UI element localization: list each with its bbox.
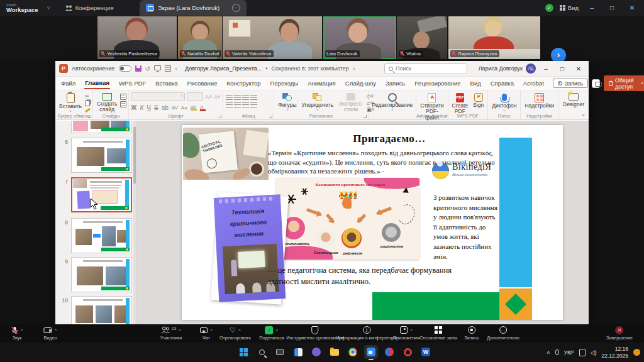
tab-screen-share[interactable]: Экран (Lara Dovhoruk) ··· — [140, 0, 247, 16]
layout-icon[interactable] — [120, 94, 126, 100]
search-input[interactable] — [396, 65, 463, 72]
dictate-button[interactable]: Диктофон ˅ — [490, 92, 518, 114]
comments-button[interactable] — [592, 79, 600, 88]
chat-chevron-icon[interactable]: ˄ — [210, 328, 213, 332]
line-spacing-icon[interactable] — [250, 95, 257, 100]
taskbar-clock[interactable]: 12:16 22.12.2025 — [601, 346, 628, 359]
toolbar-share[interactable]: ↑˄ Поделиться — [259, 326, 284, 341]
align-left-icon[interactable] — [226, 102, 233, 107]
new-slide-button[interactable]: Создать слайд — [95, 92, 119, 114]
tab-design[interactable]: Конструктор — [226, 78, 261, 89]
copy-icon[interactable] — [85, 101, 90, 106]
notification-badge[interactable] — [633, 349, 640, 356]
record-button[interactable]: Запись — [553, 79, 589, 88]
save-icon[interactable] — [135, 65, 142, 72]
video-tile[interactable]: Nataliia Dovhal — [178, 16, 222, 59]
format-painter-icon[interactable] — [85, 107, 91, 112]
word-button[interactable]: W — [419, 345, 433, 359]
align-right-icon[interactable] — [242, 102, 249, 107]
start-button[interactable] — [236, 345, 250, 359]
video-tile[interactable]: Valeriia Yakovlieva — [223, 16, 322, 59]
task-view-button[interactable] — [273, 345, 287, 359]
tray-mic-icon[interactable] — [555, 349, 559, 355]
toolbar-apps[interactable]: ˄ Приложения — [393, 326, 419, 341]
video-tile-active-speaker[interactable]: Lara Dovhoruk — [323, 16, 396, 59]
tab-home[interactable]: Главная — [84, 77, 110, 89]
tab-view[interactable]: Вид — [470, 78, 482, 89]
font-dialog-launcher[interactable] — [218, 115, 221, 118]
react-chevron-icon[interactable]: ˄ — [238, 328, 241, 332]
share-chevron-icon[interactable]: ˄ — [275, 328, 278, 332]
text-shadow-button[interactable]: ab — [162, 104, 169, 111]
strikethrough-button[interactable]: S — [154, 104, 158, 111]
participants-chevron-icon[interactable]: ˄ — [179, 328, 181, 332]
workspace-chevron-icon[interactable]: ˅ — [47, 5, 50, 11]
char-spacing-button[interactable]: AV — [172, 105, 178, 111]
current-slide[interactable]: CRITICAL THINKING Пригадаємо… «Термін «К… — [182, 125, 563, 320]
thumbnail-row[interactable]: 8 — [55, 218, 136, 253]
account-area[interactable]: Лариса Довгорук ЛД — [479, 63, 536, 74]
video-tile[interactable]: Vitalna — [397, 16, 447, 59]
slide-thumbnail-panel[interactable]: 6 7 — [55, 121, 136, 324]
paragraph-dialog-launcher[interactable] — [269, 115, 272, 118]
thumbnail-row[interactable]: 10 — [55, 296, 136, 324]
bullets-icon[interactable] — [226, 95, 233, 100]
font-color-button[interactable]: А — [200, 105, 206, 111]
maximize-button[interactable]: □ — [605, 4, 619, 11]
align-center-icon[interactable] — [234, 102, 241, 107]
toolbar-chat[interactable]: ˄ Чат — [200, 326, 213, 341]
create-pdf-wps-button[interactable]: PDF Create PDF — [450, 92, 470, 116]
video-tile[interactable]: Лариса Помлухва — [448, 16, 540, 59]
reset-icon[interactable] — [120, 101, 126, 107]
tab-review[interactable]: Рецензирование — [414, 78, 461, 89]
slide-thumbnail[interactable] — [71, 138, 132, 173]
ppt-close-button[interactable]: ✕ — [572, 65, 585, 72]
toolbar-host-tools[interactable]: Инструменты организатора — [286, 326, 344, 341]
slide-thumbnail-partial[interactable] — [71, 121, 132, 133]
tab-file[interactable]: Файл — [60, 78, 76, 89]
quick-access-chevron-icon[interactable]: ˅ — [175, 67, 177, 71]
thumbnail-row[interactable]: 9 — [55, 257, 136, 292]
tab-draw[interactable]: Рисование — [187, 78, 218, 89]
language-indicator[interactable]: УКР — [564, 349, 574, 356]
slideshow-icon[interactable] — [154, 65, 161, 70]
cut-icon[interactable]: ✂ — [85, 94, 91, 99]
thumbnail-row[interactable]: 6 — [55, 138, 136, 173]
saved-status[interactable]: Сохранено в: этот компьютер — [271, 65, 348, 72]
toolbar-participants[interactable]: 23 ˄ Участники — [160, 326, 182, 341]
numbering-icon[interactable] — [234, 95, 241, 100]
tab-meeting[interactable]: Конференция — [65, 4, 114, 11]
tab-insert[interactable]: Вставка — [155, 78, 178, 89]
hidden-icons-chevron[interactable]: ˄ — [547, 349, 550, 356]
mail-app-button[interactable] — [382, 345, 396, 359]
shapes-button[interactable]: Фигуры ˅ — [276, 92, 298, 113]
arrange-button[interactable]: Упорядочить ˅ — [300, 92, 336, 113]
view-button[interactable]: Вид — [560, 4, 579, 11]
slide-editing-area[interactable]: CRITICAL THINKING Пригадаємо… «Термін «К… — [136, 121, 589, 324]
saved-status-chevron-icon[interactable]: ˅ — [353, 67, 355, 71]
editing-button[interactable]: Редактирование ˅ — [370, 92, 414, 113]
indent-icon[interactable] — [242, 95, 249, 100]
zoom-app-button[interactable] — [364, 345, 378, 359]
apps-chevron-icon[interactable]: ˄ — [410, 328, 413, 332]
clipboard-dialog-launcher[interactable] — [88, 115, 91, 118]
close-button[interactable]: ✕ — [625, 4, 639, 11]
tab-transitions[interactable]: Переходы — [270, 78, 299, 89]
tray-speaker-icon[interactable]: ◁) — [591, 349, 597, 356]
opera-button[interactable] — [401, 345, 414, 359]
toolbar-breakout-rooms[interactable]: Сессионные залы — [419, 326, 457, 341]
share-button[interactable]: Общий доступ ˅ — [604, 75, 644, 91]
outline-view-icon[interactable] — [165, 65, 171, 72]
toolbar-more[interactable]: … Дополнительно — [487, 326, 519, 341]
security-shield-icon[interactable]: ✓ — [545, 4, 553, 12]
italic-button[interactable]: К — [140, 104, 143, 111]
app-button[interactable] — [309, 345, 323, 359]
undo-icon[interactable]: ↺ — [145, 65, 150, 72]
bold-button[interactable]: Ж — [131, 104, 136, 111]
tab-wps-pdf[interactable]: WPS PDF — [118, 78, 147, 89]
slide-thumbnail[interactable] — [71, 257, 132, 292]
tab-animations[interactable]: Анимация — [307, 78, 336, 89]
tab-slideshow[interactable]: Слайд-шоу — [345, 78, 377, 89]
slide-thumbnail[interactable] — [71, 218, 132, 253]
thumbnail-scrollbar[interactable] — [133, 121, 136, 324]
